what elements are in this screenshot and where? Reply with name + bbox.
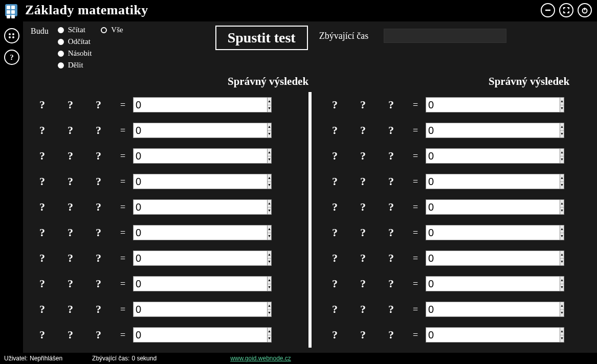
- answer-spinner[interactable]: ▲▼: [426, 174, 484, 189]
- help-button[interactable]: ?: [4, 50, 19, 65]
- radio-all[interactable]: Vše: [101, 26, 123, 34]
- answer-input[interactable]: [426, 302, 560, 317]
- answer-input[interactable]: [133, 302, 268, 317]
- answer-input[interactable]: [426, 199, 560, 215]
- answer-spinner[interactable]: ▲▼: [426, 302, 484, 317]
- answer-spinner[interactable]: ▲▼: [426, 199, 484, 215]
- spin-down-icon[interactable]: ▼: [268, 208, 271, 215]
- spin-up-icon[interactable]: ▲: [268, 174, 271, 182]
- answer-spinner[interactable]: ▲▼: [133, 302, 192, 317]
- spin-down-icon[interactable]: ▼: [268, 335, 271, 343]
- spin-down-icon[interactable]: ▼: [268, 284, 271, 291]
- answer-input[interactable]: [426, 327, 560, 343]
- answer-spinner[interactable]: ▲▼: [426, 251, 484, 266]
- spin-down-icon[interactable]: ▼: [560, 208, 564, 215]
- spin-up-icon[interactable]: ▲: [560, 302, 564, 310]
- answer-input[interactable]: [133, 174, 268, 189]
- spin-up-icon[interactable]: ▲: [560, 200, 564, 208]
- spin-up-icon[interactable]: ▲: [268, 277, 271, 284]
- spin-up-icon[interactable]: ▲: [268, 149, 271, 156]
- answer-spinner[interactable]: ▲▼: [133, 148, 192, 164]
- spin-down-icon[interactable]: ▼: [268, 233, 271, 240]
- spin-down-icon[interactable]: ▼: [560, 182, 564, 189]
- spin-up-icon[interactable]: ▲: [560, 98, 564, 105]
- answer-input[interactable]: [133, 123, 268, 138]
- spin-down-icon[interactable]: ▼: [268, 310, 271, 317]
- spin-up-icon[interactable]: ▲: [560, 149, 564, 156]
- answer-spinner[interactable]: ▲▼: [426, 276, 484, 291]
- footer-link[interactable]: www.goid.webnode.cz: [230, 355, 291, 362]
- spin-up-icon[interactable]: ▲: [560, 225, 564, 233]
- spin-up-icon[interactable]: ▲: [268, 328, 271, 335]
- answer-spinner[interactable]: ▲▼: [133, 327, 192, 343]
- spin-down-icon[interactable]: ▼: [560, 310, 564, 317]
- answer-input[interactable]: [426, 148, 560, 164]
- spin-up-icon[interactable]: ▲: [268, 123, 271, 131]
- answer-input[interactable]: [133, 327, 268, 343]
- spin-down-icon[interactable]: ▼: [268, 182, 271, 189]
- answer-spinner[interactable]: ▲▼: [426, 123, 484, 138]
- exercise-row: ???=▲▼?: [316, 169, 597, 194]
- radio-sčítat[interactable]: Sčítat: [58, 26, 92, 34]
- answer-spinner[interactable]: ▲▼: [133, 97, 192, 112]
- answer-spinner[interactable]: ▲▼: [133, 251, 192, 266]
- spin-down-icon[interactable]: ▼: [268, 131, 271, 138]
- operand-b: ?: [84, 200, 113, 214]
- answer-input[interactable]: [426, 174, 560, 189]
- answer-spinner[interactable]: ▲▼: [426, 327, 484, 343]
- start-test-button[interactable]: Spustit test: [215, 26, 308, 50]
- answer-input[interactable]: [426, 123, 560, 138]
- spin-down-icon[interactable]: ▼: [560, 105, 564, 112]
- answer-input[interactable]: [426, 251, 560, 266]
- spin-up-icon[interactable]: ▲: [560, 174, 564, 182]
- answer-input[interactable]: [133, 148, 268, 164]
- answer-spinner[interactable]: ▲▼: [133, 123, 192, 138]
- answer-spinner[interactable]: ▲▼: [133, 199, 192, 215]
- spin-down-icon[interactable]: ▼: [268, 105, 271, 112]
- operator: ?: [349, 175, 377, 188]
- spin-down-icon[interactable]: ▼: [560, 233, 564, 240]
- answer-spinner[interactable]: ▲▼: [133, 276, 192, 291]
- answer-spinner[interactable]: ▲▼: [426, 148, 484, 164]
- correct-result: ?: [202, 252, 233, 265]
- answer-input[interactable]: [426, 97, 560, 112]
- spin-down-icon[interactable]: ▼: [560, 156, 564, 164]
- answer-input[interactable]: [133, 276, 268, 291]
- spin-up-icon[interactable]: ▲: [560, 328, 564, 335]
- answer-input[interactable]: [133, 97, 268, 112]
- answer-input[interactable]: [426, 225, 560, 240]
- answer-input[interactable]: [133, 199, 268, 215]
- spin-up-icon[interactable]: ▲: [560, 277, 564, 284]
- correct-result: ?: [495, 124, 525, 137]
- spin-up-icon[interactable]: ▲: [268, 302, 271, 310]
- spin-down-icon[interactable]: ▼: [560, 335, 564, 343]
- answer-spinner[interactable]: ▲▼: [133, 174, 192, 189]
- answer-spinner[interactable]: ▲▼: [426, 225, 484, 240]
- answer-input[interactable]: [133, 225, 268, 240]
- operand-a: ?: [28, 252, 56, 265]
- spin-up-icon[interactable]: ▲: [560, 251, 564, 259]
- spin-up-icon[interactable]: ▲: [268, 225, 271, 233]
- answer-spinner[interactable]: ▲▼: [133, 225, 192, 240]
- answer-input[interactable]: [133, 251, 268, 266]
- fullscreen-button[interactable]: [559, 3, 573, 17]
- minimize-button[interactable]: [541, 3, 555, 17]
- power-button[interactable]: [578, 3, 592, 17]
- spin-up-icon[interactable]: ▲: [268, 251, 271, 259]
- radio-dělit[interactable]: Dělit: [58, 61, 92, 70]
- answer-spinner[interactable]: ▲▼: [426, 97, 484, 112]
- spin-down-icon[interactable]: ▼: [560, 131, 564, 138]
- exercise-row: ???=▲▼?: [23, 271, 304, 297]
- spin-down-icon[interactable]: ▼: [268, 259, 271, 266]
- radio-násobit[interactable]: Násobit: [58, 49, 92, 58]
- menu-button[interactable]: [4, 28, 19, 43]
- radio-odčítat[interactable]: Odčítat: [58, 37, 92, 46]
- equals-sign: =: [113, 151, 133, 162]
- spin-down-icon[interactable]: ▼: [268, 156, 271, 164]
- spin-up-icon[interactable]: ▲: [268, 200, 271, 208]
- spin-up-icon[interactable]: ▲: [560, 123, 564, 131]
- spin-down-icon[interactable]: ▼: [560, 284, 564, 291]
- spin-down-icon[interactable]: ▼: [560, 259, 564, 266]
- spin-up-icon[interactable]: ▲: [268, 98, 271, 105]
- answer-input[interactable]: [426, 276, 560, 291]
